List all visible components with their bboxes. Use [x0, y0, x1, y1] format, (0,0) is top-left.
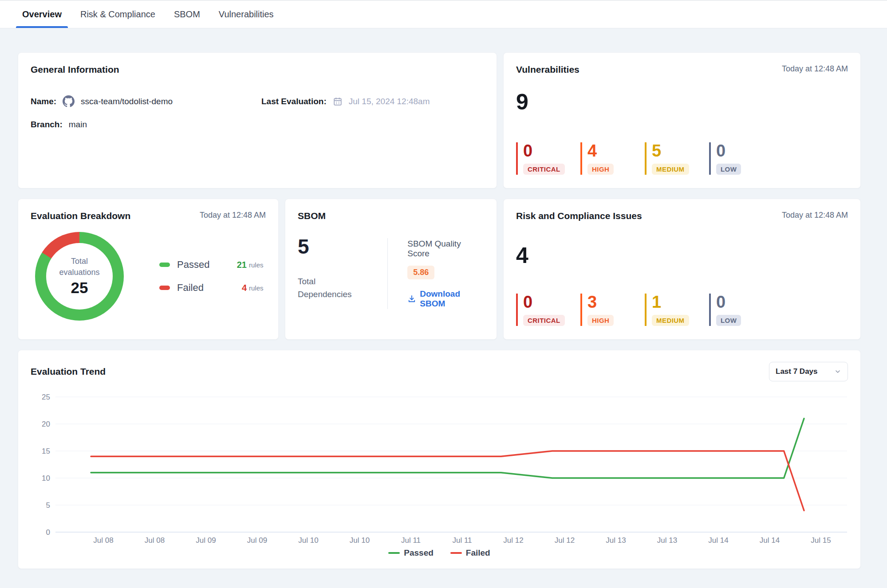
timestamp: Today at 12:48 AM — [200, 211, 266, 220]
svg-text:Jul 12: Jul 12 — [503, 536, 523, 545]
last-evaluation-label: Last Evaluation: — [261, 97, 327, 106]
tab-vulnerabilities[interactable]: Vulnerabilities — [219, 0, 274, 28]
download-sbom-label: Download SBOM — [420, 289, 484, 309]
vulnerabilities-card: Vulnerabilities Today at 12:48 AM 9 0 CR… — [503, 52, 861, 188]
download-sbom-link[interactable]: Download SBOM — [407, 289, 484, 309]
svg-text:Jul 11: Jul 11 — [452, 536, 472, 545]
svg-text:Jul 15: Jul 15 — [811, 536, 831, 545]
tab-bar: Overview Risk & Compliance SBOM Vulnerab… — [0, 0, 887, 28]
trend-line-chart: 0510152025Jul 08Jul 08Jul 09Jul 09Jul 10… — [31, 387, 849, 547]
legend-label: Failed — [177, 282, 204, 294]
repo-name-row: Name: ssca-team/todolist-demo — [31, 95, 261, 107]
legend-count: 21 — [237, 260, 247, 270]
date-range-dropdown[interactable]: Last 7 Days — [769, 362, 848, 381]
card-title: General Information — [31, 64, 119, 75]
download-icon — [407, 294, 416, 303]
legend-row-failed: Failed 4 rules — [159, 282, 266, 294]
card-title: Evaluation Breakdown — [31, 211, 130, 221]
severity-row: 0 CRITICAL 3 HIGH 1 MEDIUM 0 LOW — [516, 294, 848, 326]
svg-text:10: 10 — [42, 474, 50, 482]
repo-name: ssca-team/todolist-demo — [81, 97, 173, 106]
svg-text:Jul 13: Jul 13 — [657, 536, 677, 545]
svg-text:25: 25 — [42, 393, 50, 401]
legend-unit: rules — [249, 261, 266, 269]
sbom-quality-score-badge: 5.86 — [407, 266, 434, 279]
svg-text:Jul 13: Jul 13 — [606, 536, 626, 545]
chevron-down-icon — [834, 368, 841, 375]
calendar-icon — [333, 97, 343, 106]
severity-high: 3 HIGH — [580, 294, 645, 326]
branch-row: Branch: main — [31, 120, 261, 129]
svg-text:Jul 14: Jul 14 — [760, 536, 780, 545]
github-icon — [63, 95, 75, 107]
severity-badge: HIGH — [587, 164, 614, 175]
passed-line-icon — [388, 552, 400, 554]
tab-risk-compliance[interactable]: Risk & Compliance — [80, 0, 155, 28]
severity-badge: MEDIUM — [652, 164, 689, 175]
donut-center-label: Total evaluations — [51, 256, 108, 278]
timestamp: Today at 12:48 AM — [782, 64, 848, 74]
severity-count: 0 — [523, 142, 532, 160]
last-evaluation-date: Jul 15, 2024 12:48am — [349, 97, 430, 106]
card-title: Risk and Compliance Issues — [516, 211, 642, 221]
name-label: Name: — [31, 97, 56, 106]
svg-text:Jul 12: Jul 12 — [555, 536, 575, 545]
svg-text:20: 20 — [42, 420, 50, 428]
trend-legend-label: Failed — [466, 548, 490, 558]
svg-text:Jul 10: Jul 10 — [350, 536, 370, 545]
total-dependencies-label: Total Dependencies — [298, 275, 355, 301]
date-range-value: Last 7 Days — [776, 367, 818, 376]
severity-count: 0 — [716, 294, 725, 311]
severity-critical: 0 CRITICAL — [516, 142, 580, 175]
svg-text:Jul 08: Jul 08 — [93, 536, 113, 545]
card-title: Vulnerabilities — [516, 64, 580, 75]
tab-label: SBOM — [174, 9, 200, 20]
trend-legend-label: Passed — [404, 548, 434, 558]
branch-name: main — [69, 120, 87, 129]
trend-legend-item-failed[interactable]: Failed — [450, 548, 490, 558]
card-title: Evaluation Trend — [31, 366, 106, 377]
severity-badge: CRITICAL — [523, 315, 565, 326]
evaluation-trend-card: Evaluation Trend Last 7 Days 0510152025J… — [18, 350, 861, 569]
severity-medium: 5 MEDIUM — [645, 142, 709, 175]
severity-count: 3 — [587, 294, 597, 311]
svg-text:15: 15 — [42, 447, 50, 455]
severity-count: 1 — [652, 294, 661, 311]
tab-label: Vulnerabilities — [219, 9, 274, 20]
severity-medium: 1 MEDIUM — [645, 294, 709, 326]
donut-legend: Passed 21 rules Failed 4 rules — [159, 259, 266, 294]
severity-badge: LOW — [716, 315, 741, 326]
tab-label: Overview — [22, 9, 62, 20]
passed-pill-icon — [159, 263, 170, 267]
last-evaluation-row: Last Evaluation: Jul 15, 2024 12:48am — [261, 95, 484, 107]
branch-label: Branch: — [31, 120, 63, 129]
tab-sbom[interactable]: SBOM — [174, 0, 200, 28]
severity-count: 0 — [716, 142, 725, 160]
severity-low: 0 LOW — [709, 294, 773, 326]
legend-label: Passed — [177, 259, 209, 270]
evaluation-breakdown-card: Evaluation Breakdown Today at 12:48 AM T… — [18, 199, 279, 340]
vulnerabilities-total: 9 — [516, 91, 848, 113]
failed-pill-icon — [159, 286, 170, 290]
legend-count: 4 — [242, 283, 247, 293]
total-dependencies-count: 5 — [298, 236, 387, 257]
tab-overview[interactable]: Overview — [22, 0, 62, 28]
severity-badge: MEDIUM — [652, 315, 689, 326]
general-information-card: General Information Name: ssca-team/todo… — [18, 52, 497, 188]
svg-text:0: 0 — [46, 528, 50, 537]
card-title: SBOM — [298, 211, 326, 221]
svg-text:Jul 08: Jul 08 — [145, 536, 165, 545]
trend-legend-item-passed[interactable]: Passed — [388, 548, 434, 558]
severity-badge: LOW — [716, 164, 741, 175]
severity-high: 4 HIGH — [580, 142, 645, 175]
sbom-card: SBOM 5 Total Dependencies SBOM Quality S… — [285, 199, 497, 340]
severity-badge: CRITICAL — [523, 164, 565, 175]
severity-low: 0 LOW — [709, 142, 773, 175]
severity-count: 5 — [652, 142, 661, 160]
severity-count: 4 — [587, 142, 597, 160]
donut-total: 25 — [71, 279, 88, 297]
severity-critical: 0 CRITICAL — [516, 294, 580, 326]
severity-count: 0 — [523, 294, 532, 311]
trend-legend: PassedFailed — [31, 548, 848, 558]
legend-unit: rules — [249, 284, 266, 292]
